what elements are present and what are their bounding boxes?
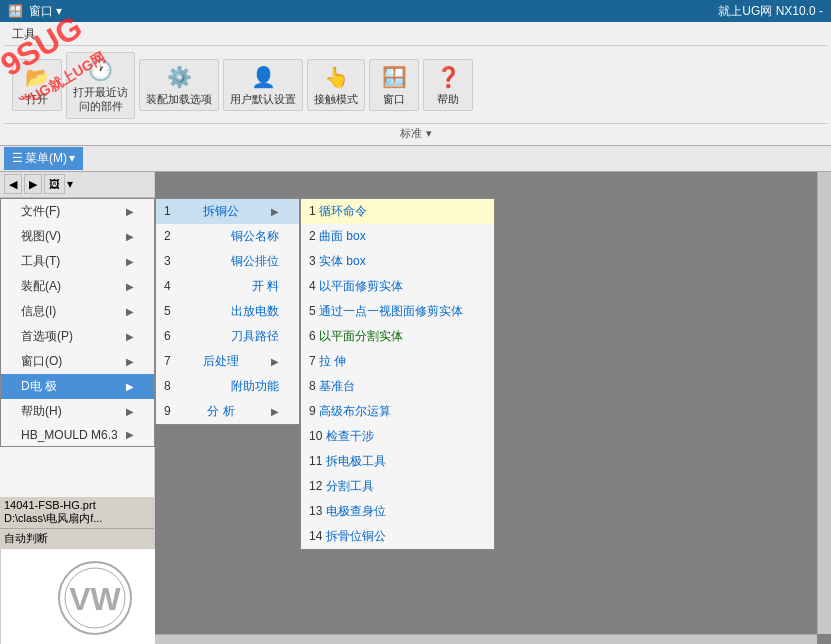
menu-hbmould-arrow: ▶ xyxy=(126,429,134,440)
submenu2-tools[interactable]: 11 拆电极工具 xyxy=(301,449,494,474)
scrollbar-v[interactable] xyxy=(817,172,831,634)
submenu2-split[interactable]: 12 分割工具 xyxy=(301,474,494,499)
submenu2-datum[interactable]: 8 基准台 xyxy=(301,374,494,399)
submenu-discharge[interactable]: 5 出放电数 xyxy=(156,299,299,324)
menu-info[interactable]: 信息(I) ▶ xyxy=(1,299,154,324)
submenu-level2: 1 循环命令 2 曲面 box 3 实体 box 4 以平面修剪实体 5 通过一… xyxy=(300,198,495,550)
left-panel: ◀ ▶ 🖼 ▾ 文件(F) ▶ 视图(V) ▶ 工具(T) ▶ 装配(A) ▶ xyxy=(0,172,155,644)
open-button[interactable]: 📂 打开 xyxy=(12,59,62,111)
submenu2-divide[interactable]: 6 以平面分割实体 xyxy=(301,324,494,349)
menu-view-arrow: ▶ xyxy=(126,231,134,242)
submenu-tongpos-num: 3 xyxy=(164,254,171,268)
menu-tools-label: 工具(T) xyxy=(21,253,60,270)
submenu-toolpath-num: 6 xyxy=(164,329,171,343)
scrollbar-h[interactable] xyxy=(155,634,817,644)
menu-file-label: 文件(F) xyxy=(21,203,60,220)
recent-button[interactable]: 🕐 打开最近访 问的部件 xyxy=(66,52,135,119)
assemble-button[interactable]: ⚙️ 装配加载选项 xyxy=(139,59,219,111)
submenu-tongpos-label: 铜公排位 xyxy=(231,253,279,270)
userdefault-button[interactable]: 👤 用户默认设置 xyxy=(223,59,303,111)
menu-view-label: 视图(V) xyxy=(21,228,61,245)
menu-bar-main[interactable]: ☰ 菜单(M) ▾ xyxy=(4,147,83,170)
menu-electrode[interactable]: D电 极 ▶ xyxy=(1,374,154,399)
submenu-tongname-label: 铜公名称 xyxy=(231,228,279,245)
submenu-tongpos[interactable]: 3 铜公排位 xyxy=(156,249,299,274)
submenu2-trim2[interactable]: 5 通过一点一视图面修剪实体 xyxy=(301,299,494,324)
submenu-addon-num: 8 xyxy=(164,379,171,393)
submenu-discharge-label: 出放电数 xyxy=(231,303,279,320)
menu-tools[interactable]: 工具(T) ▶ xyxy=(1,249,154,274)
submenu2-bone-label: 拆骨位铜公 xyxy=(326,529,386,543)
submenu2-bone-num: 14 xyxy=(309,529,326,543)
window-button[interactable]: 🪟 窗口 xyxy=(369,59,419,111)
window-icon: 🪟 xyxy=(8,4,23,18)
submenu2-bool[interactable]: 9 高级布尔运算 xyxy=(301,399,494,424)
title-window-label[interactable]: 窗口 ▾ xyxy=(29,3,62,20)
submenu-postprocess-num: 7 xyxy=(164,354,171,368)
menu-info-arrow: ▶ xyxy=(126,306,134,317)
submenu-chaitong[interactable]: 1 拆铜公 ▶ xyxy=(156,199,299,224)
nav-forward[interactable]: ▶ xyxy=(24,174,42,194)
menu-file[interactable]: 文件(F) ▶ xyxy=(1,199,154,224)
submenu2-trim2-label: 通过一点一视图面修剪实体 xyxy=(319,304,463,318)
submenu2-solid[interactable]: 3 实体 box xyxy=(301,249,494,274)
menu-window-arrow: ▶ xyxy=(126,356,134,367)
submenu2-solid-num: 3 xyxy=(309,254,319,268)
submenu-toolpath-label: 刀具路径 xyxy=(231,328,279,345)
menu-window[interactable]: 窗口(O) ▶ xyxy=(1,349,154,374)
submenu2-surface-label: 曲面 box xyxy=(319,229,366,243)
submenu-level1: 1 拆铜公 ▶ 2 铜公名称 3 铜公排位 4 开 料 5 出放电数 6 刀具路… xyxy=(155,198,300,425)
open-label: 打开 xyxy=(26,92,48,106)
left-canvas-toolbar: ◀ ▶ 🖼 ▾ xyxy=(0,172,154,198)
help-label: 帮助 xyxy=(437,92,459,106)
menu-electrode-label: D电 极 xyxy=(21,378,57,395)
submenu-openmat[interactable]: 4 开 料 xyxy=(156,274,299,299)
nav-back[interactable]: ◀ xyxy=(4,174,22,194)
window-icon2: 🪟 xyxy=(382,64,407,90)
submenu2-trim-label: 以平面修剪实体 xyxy=(319,279,403,293)
menu-hbmould[interactable]: HB_MOULD M6.3 ▶ xyxy=(1,424,154,446)
submenu-tongname-num: 2 xyxy=(164,229,171,243)
userdefault-label: 用户默认设置 xyxy=(230,92,296,106)
submenu-toolpath[interactable]: 6 刀具路径 xyxy=(156,324,299,349)
submenu2-bone[interactable]: 14 拆骨位铜公 xyxy=(301,524,494,549)
submenu2-interference[interactable]: 10 检查干涉 xyxy=(301,424,494,449)
toolbar-area: 工具 📂 打开 🕐 打开最近访 问的部件 ⚙️ 装配加载选项 👤 用户默认设置 … xyxy=(0,22,831,146)
submenu2-divide-label: 以平面分割实体 xyxy=(319,329,403,343)
submenu2-surface[interactable]: 2 曲面 box xyxy=(301,224,494,249)
help-button[interactable]: ❓ 帮助 xyxy=(423,59,473,111)
standard-label: 标准 xyxy=(400,126,422,141)
submenu-postprocess[interactable]: 7 后处理 ▶ xyxy=(156,349,299,374)
menu-hbmould-label: HB_MOULD M6.3 xyxy=(21,428,118,442)
standard-arrow: ▾ xyxy=(426,127,432,140)
submenu2-check[interactable]: 13 电极查身位 xyxy=(301,499,494,524)
menu-window-label: 窗口(O) xyxy=(21,353,62,370)
submenu-analyze[interactable]: 9 分 析 ▶ xyxy=(156,399,299,424)
menu-icon: ☰ xyxy=(12,151,23,165)
submenu-addon[interactable]: 8 附助功能 xyxy=(156,374,299,399)
file-path: D:\class\电风扇内f... xyxy=(4,511,150,526)
submenu-tongname[interactable]: 2 铜公名称 xyxy=(156,224,299,249)
submenu2-cycle-num: 1 xyxy=(309,204,319,218)
title-right-text: 就上UG网 NX10.0 - xyxy=(718,3,823,20)
submenu2-solid-label: 实体 box xyxy=(319,254,366,268)
menu-tools-arrow: ▶ xyxy=(126,256,134,267)
assemble-icon: ⚙️ xyxy=(167,64,192,90)
menu-pref[interactable]: 首选项(P) ▶ xyxy=(1,324,154,349)
submenu2-cycle[interactable]: 1 循环命令 xyxy=(301,199,494,224)
submenu2-trim2-num: 5 xyxy=(309,304,319,318)
menu-assemble[interactable]: 装配(A) ▶ xyxy=(1,274,154,299)
submenu-openmat-num: 4 xyxy=(164,279,171,293)
submenu2-datum-num: 8 xyxy=(309,379,319,393)
menu-help[interactable]: 帮助(H) ▶ xyxy=(1,399,154,424)
menu-view[interactable]: 视图(V) ▶ xyxy=(1,224,154,249)
submenu2-extrude[interactable]: 7 拉 伸 xyxy=(301,349,494,374)
main-area: ◀ ▶ 🖼 ▾ 文件(F) ▶ 视图(V) ▶ 工具(T) ▶ 装配(A) ▶ xyxy=(0,172,831,644)
submenu2-interference-num: 10 xyxy=(309,429,326,443)
nav-image[interactable]: 🖼 xyxy=(44,174,65,194)
submenu-analyze-label: 分 析 xyxy=(207,403,234,420)
submenu2-cycle-label: 循环命令 xyxy=(319,204,367,218)
submenu2-trim[interactable]: 4 以平面修剪实体 xyxy=(301,274,494,299)
touchmode-button[interactable]: 👆 接触模式 xyxy=(307,59,365,111)
submenu-analyze-num: 9 xyxy=(164,404,171,418)
